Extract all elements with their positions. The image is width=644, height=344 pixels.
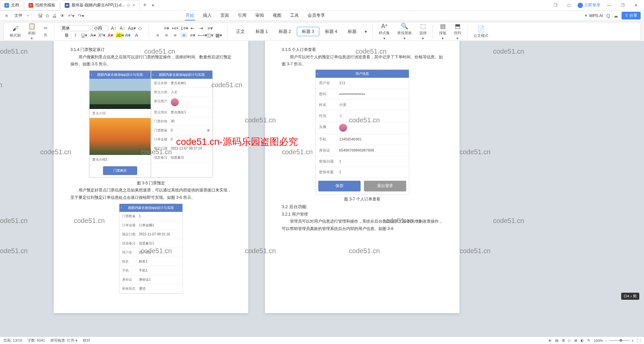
new-tab-button[interactable]: +: [141, 2, 150, 9]
strikethrough-icon[interactable]: A̶▾: [90, 33, 96, 38]
font-color2-icon[interactable]: A▾: [124, 33, 131, 38]
font-name-select[interactable]: [60, 25, 90, 31]
close-button[interactable]: ✕: [631, 1, 641, 10]
cube-icon[interactable]: ⬡: [564, 1, 574, 10]
italic-icon[interactable]: I: [72, 33, 79, 38]
ime-indicator[interactable]: CH ♪ 简: [621, 293, 640, 300]
tab-page[interactable]: 页面: [220, 11, 230, 20]
borders-icon[interactable]: ▦▾: [215, 33, 222, 38]
zoom-out-icon[interactable]: −: [605, 339, 607, 343]
decrease-font-icon[interactable]: A↓: [119, 25, 126, 31]
tab-active-doc[interactable]: W最终版-靓丽内蒙古APP(1).d...⊙✕: [60, 0, 140, 10]
font-size-select[interactable]: [92, 25, 108, 31]
format-brush-button[interactable]: 🖌格式刷: [7, 25, 23, 38]
outline-view-icon[interactable]: ≣: [562, 338, 565, 343]
web-view-icon[interactable]: ⊞: [574, 338, 577, 343]
distribute-icon[interactable]: ≡▾: [189, 33, 196, 38]
tab-member[interactable]: 会员专享: [307, 11, 326, 20]
zoom-control[interactable]: 100% − +: [594, 339, 634, 343]
tab-menu[interactable]: ▾: [149, 3, 157, 8]
line-spacing-icon[interactable]: ⟷▾: [198, 33, 205, 38]
close-icon[interactable]: ⊙: [127, 3, 130, 8]
proofing-status[interactable]: 校对: [83, 338, 90, 343]
superscript-icon[interactable]: X²▾: [98, 33, 105, 38]
justify-icon[interactable]: ≡: [180, 33, 187, 38]
tab-template[interactable]: ✧找框壳模板: [24, 0, 60, 10]
align-left-icon[interactable]: ≡: [154, 33, 161, 38]
align-right-icon[interactable]: ≡: [172, 33, 178, 38]
font-color-icon[interactable]: A▾: [107, 33, 114, 38]
undo-icon[interactable]: ↶▾: [68, 13, 74, 18]
tab-close[interactable]: ✕: [132, 3, 136, 8]
tab-doc[interactable]: ≡文档: [0, 0, 23, 10]
style-h2[interactable]: 标题 2: [274, 27, 296, 36]
style-normal[interactable]: 正文: [231, 27, 250, 36]
official-doc-button[interactable]: 📄公文模式: [471, 25, 491, 38]
cloud-icon[interactable]: ☁: [613, 13, 618, 18]
preview-icon[interactable]: 👁: [60, 13, 65, 18]
find-replace-button[interactable]: 🔍查找替换▾: [394, 22, 415, 41]
file-menu[interactable]: 文件: [12, 12, 24, 19]
tab-reference[interactable]: 引用: [237, 11, 247, 20]
reading-view-icon[interactable]: ▷: [568, 338, 571, 343]
spellcheck-status[interactable]: 拼写检查: 打开 ▾: [50, 338, 77, 343]
tab-tools[interactable]: 工具: [289, 11, 300, 20]
tab-view[interactable]: 视图: [272, 11, 282, 20]
fullscreen-icon[interactable]: ⛶: [637, 339, 641, 343]
change-case-icon[interactable]: Aa▾: [128, 25, 135, 31]
page-indicator[interactable]: 页面: 13/19: [3, 338, 22, 343]
clear-format-icon[interactable]: ◇: [137, 25, 143, 31]
shading-icon[interactable]: ◫▾: [207, 33, 213, 38]
focus-icon[interactable]: ◐: [581, 338, 584, 343]
print-icon[interactable]: 🖨: [52, 13, 57, 18]
styles-more-icon[interactable]: ▾: [362, 29, 369, 34]
redo-icon[interactable]: ↷▾: [78, 13, 84, 18]
maximize-button[interactable]: ❐: [618, 1, 627, 10]
paste-button[interactable]: 📋粘贴▾: [25, 22, 38, 41]
underline-icon[interactable]: U▾: [81, 33, 88, 38]
style-h4[interactable]: 标题 4: [320, 27, 342, 36]
numbering-icon[interactable]: ⦁≡▾: [172, 25, 178, 31]
style-title[interactable]: 标题: [343, 27, 362, 36]
zoom-slider[interactable]: [609, 340, 630, 341]
tab-insert[interactable]: 插入: [202, 11, 212, 20]
zoom-in-icon[interactable]: +: [632, 339, 634, 343]
bullets-icon[interactable]: ≡▾: [163, 25, 170, 31]
tab-review[interactable]: 审阅: [255, 11, 265, 20]
copy-icon[interactable]: ⎘: [42, 32, 49, 38]
bold-icon[interactable]: B: [63, 33, 70, 38]
document-area[interactable]: 3.1.4 门票预定退订 用户搜索到景点信息之后就可以进行门票的预定操作，选择好…: [0, 41, 644, 337]
cut-icon[interactable]: ✂: [42, 25, 49, 31]
wps-ai-button[interactable]: ✦WPS AI: [584, 13, 603, 18]
login-button[interactable]: 立即登录: [578, 2, 600, 8]
sort-icon[interactable]: ≡▾: [207, 25, 213, 31]
layout-button[interactable]: ▤排版▾: [436, 22, 449, 41]
styleset-button[interactable]: Aᵃ样式集▾: [376, 22, 392, 41]
increase-indent-icon[interactable]: ⇥: [198, 25, 205, 31]
hamburger-icon[interactable]: ≡: [3, 13, 10, 19]
pen-icon[interactable]: ✎: [587, 338, 590, 343]
arrange-button[interactable]: ⬒排列▾: [451, 22, 464, 41]
search-icon[interactable]: Q: [606, 13, 610, 18]
save-icon[interactable]: 🖫: [38, 13, 43, 18]
word-count[interactable]: 字数: 5041: [28, 338, 45, 343]
highlight-icon[interactable]: ab▾: [116, 33, 122, 38]
logout-button: 退出登录: [364, 181, 406, 191]
increase-font-icon[interactable]: A↑: [110, 25, 117, 31]
multilevel-icon[interactable]: 1≡▾: [180, 25, 187, 31]
style-h3[interactable]: 标题 3: [297, 27, 319, 36]
align-center-icon[interactable]: ≡: [163, 33, 170, 38]
share-button[interactable]: ⇧ 分享: [622, 12, 641, 19]
page-view-icon[interactable]: ▤: [555, 338, 558, 343]
arrange-icon: ⬒: [455, 22, 461, 30]
tab-start[interactable]: 开始: [185, 11, 195, 20]
style-h1[interactable]: 标题 1: [251, 27, 273, 36]
view-icon[interactable]: 👁: [548, 339, 552, 343]
select-button[interactable]: ⬚选择▾: [417, 22, 429, 41]
text-effects-icon[interactable]: A: [133, 33, 140, 38]
minimize-button[interactable]: —: [604, 1, 614, 10]
quick-access-toolbar: 🖫 ⎙ 🖨 👁 ↶▾ ↷▾: [38, 13, 84, 18]
print-preview-icon[interactable]: ⎙: [46, 13, 49, 18]
decrease-indent-icon[interactable]: ⇤: [189, 25, 196, 31]
duplicate-icon[interactable]: ❐: [551, 1, 560, 10]
